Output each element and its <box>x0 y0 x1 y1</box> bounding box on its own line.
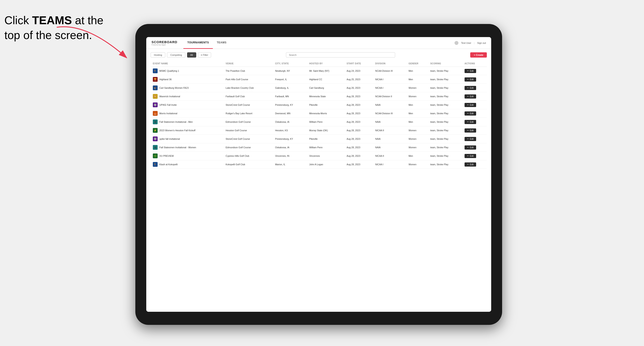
team-icon: 🐎 <box>153 94 158 99</box>
col-event-name: EVENT NAME <box>151 61 224 67</box>
content-area: Hosting Competing All ≡ Filter + Create … <box>146 49 491 312</box>
logo-text: SCOREBOARD <box>152 40 177 44</box>
event-name-text: MSMC Qualifying 1 <box>159 70 179 72</box>
cell-start-date: Aug 28, 2023 <box>344 109 373 118</box>
edit-button[interactable]: ✏ Edit <box>464 154 476 158</box>
edit-button[interactable]: ✏ Edit <box>464 77 476 82</box>
logo-area: SCOREBOARD Powered by clippit <box>152 40 177 46</box>
cell-event-name: 🏌 MSMC Qualifying 1 <box>151 67 224 75</box>
tablet-device: SCOREBOARD Powered by clippit TOURNAMENT… <box>135 24 502 325</box>
cell-division: NICAA II <box>373 152 406 160</box>
cell-venue: Cypress Hills Golf Club <box>224 152 273 160</box>
cell-hosted-by: Minnesota-Morris <box>307 109 344 118</box>
cell-scoring: team, Stroke Play <box>428 126 462 135</box>
col-division: DIVISION <box>373 61 406 67</box>
logo-sub: Powered by clippit <box>152 44 177 46</box>
cell-hosted-by: Minnesota State <box>307 92 344 101</box>
filter-button[interactable]: ≡ Filter <box>198 52 211 58</box>
cell-scoring: team, Stroke Play <box>428 109 462 118</box>
cell-hosted-by: William Penn <box>307 118 344 126</box>
competing-button[interactable]: Competing <box>167 52 185 58</box>
cell-hosted-by: Mt. Saint Mary (NY) <box>307 67 344 75</box>
event-name-text: Carl Sandburg Women FA23 <box>159 87 188 89</box>
cell-city: Prestonsburg, KY <box>273 101 307 109</box>
event-name-text: Maverick Invitational <box>159 95 180 98</box>
cell-actions: ✏ Edit <box>462 143 487 152</box>
cell-city: Faribault, MN <box>273 92 307 101</box>
cell-actions: ✏ Edit <box>462 109 487 118</box>
cell-venue: Lake Bracken Country Club <box>224 84 273 92</box>
cell-start-date: Aug 28, 2023 <box>344 152 373 160</box>
sign-out-link[interactable]: Sign out <box>477 42 486 44</box>
edit-button[interactable]: ✏ Edit <box>464 120 476 124</box>
cell-division: NICAA I <box>373 75 406 84</box>
event-name-text: Highland 36 <box>159 78 172 81</box>
edit-button[interactable]: ✏ Edit <box>464 111 476 116</box>
cell-actions: ✏ Edit <box>462 152 487 160</box>
cell-division: NCAA Division III <box>373 109 406 118</box>
cell-actions: ✏ Edit <box>462 92 487 101</box>
tab-tournaments[interactable]: TOURNAMENTS <box>184 37 213 49</box>
team-icon: 🏌 <box>153 68 158 73</box>
edit-button[interactable]: ✏ Edit <box>464 103 476 107</box>
col-city-state: CITY, STATE <box>273 61 307 67</box>
edit-button[interactable]: ✏ Edit <box>464 163 476 167</box>
cell-hosted-by: William Penn <box>307 143 344 152</box>
cell-scoring: team, Stroke Play <box>428 118 462 126</box>
col-start-date: START DATE <box>344 61 373 67</box>
event-name-text: Morris Invitational <box>159 112 177 115</box>
col-venue: VENUE <box>224 61 273 67</box>
cell-division: NAIA <box>373 135 406 143</box>
hosting-button[interactable]: Hosting <box>151 52 165 58</box>
cell-division: NAIA <box>373 118 406 126</box>
cell-city: Hesston, KS <box>273 126 307 135</box>
cell-event-name: 🦅 Carl Sandburg Women FA23 <box>151 84 224 92</box>
cell-start-date: Aug 28, 2023 <box>344 101 373 109</box>
nav-tabs: TOURNAMENTS TEAMS <box>184 37 454 49</box>
edit-button[interactable]: ✏ Edit <box>464 94 476 99</box>
cell-event-name: 🐎 Maverick Invitational <box>151 92 224 101</box>
search-container <box>213 52 469 58</box>
edit-button[interactable]: ✏ Edit <box>464 86 476 90</box>
table-row: 🦅 Carl Sandburg Women FA23 Lake Bracken … <box>151 84 487 92</box>
cell-city: Vincennes, IN <box>273 152 307 160</box>
cell-city: Deerwood, MN <box>273 109 307 118</box>
cell-gender: Women <box>406 160 428 169</box>
edit-button[interactable]: ✏ Edit <box>464 128 476 133</box>
cell-venue: Kokopelli Golf Club <box>224 160 273 169</box>
col-gender: GENDER <box>406 61 428 67</box>
edit-button[interactable]: ✏ Edit <box>464 137 476 141</box>
cell-event-name: 🏌 Klash at Kokopelli <box>151 160 224 169</box>
search-input[interactable] <box>286 52 395 58</box>
cell-event-name: ⚡ 2023 Women's Hesston Fall Kickoff <box>151 126 224 135</box>
cell-gender: Men <box>406 109 428 118</box>
nav-right: Test User | Sign out <box>454 41 486 45</box>
tab-teams[interactable]: TEAMS <box>213 37 230 49</box>
table-row: 🏛 Fall Statesmen Invitational - Women Ed… <box>151 143 487 152</box>
cell-event-name: 🌿 VU PREVIEW <box>151 152 224 160</box>
cell-gender: Men <box>406 118 428 126</box>
cell-division: NAIA <box>373 101 406 109</box>
all-button[interactable]: All <box>187 52 196 58</box>
gear-icon[interactable] <box>454 41 458 45</box>
edit-button[interactable]: ✏ Edit <box>464 146 476 150</box>
cell-scoring: team, Stroke Play <box>428 92 462 101</box>
filter-bar: Hosting Competing All ≡ Filter + Create <box>151 52 487 58</box>
event-name-text: VU PREVIEW <box>159 155 174 157</box>
user-name: Test User <box>461 42 471 44</box>
cell-actions: ✏ Edit <box>462 135 487 143</box>
cell-start-date: Aug 28, 2023 <box>344 135 373 143</box>
cell-start-date: Aug 25, 2023 <box>344 75 373 84</box>
edit-button[interactable]: ✏ Edit <box>464 69 476 73</box>
cell-gender: Men <box>406 67 428 75</box>
cell-scoring: team, Stroke Play <box>428 75 462 84</box>
team-icon: 🏌 <box>153 162 158 167</box>
event-name-text: upike fall invitational <box>159 138 180 140</box>
table-header-row: EVENT NAME VENUE CITY, STATE HOSTED BY S… <box>151 61 487 67</box>
cell-start-date: Aug 26, 2023 <box>344 84 373 92</box>
cell-actions: ✏ Edit <box>462 75 487 84</box>
cell-venue: Edmundson Golf Course <box>224 118 273 126</box>
create-button[interactable]: + Create <box>470 52 487 58</box>
cell-venue: Park Hills Golf Course <box>224 75 273 84</box>
cell-city: Oskaloosa, IA <box>273 118 307 126</box>
